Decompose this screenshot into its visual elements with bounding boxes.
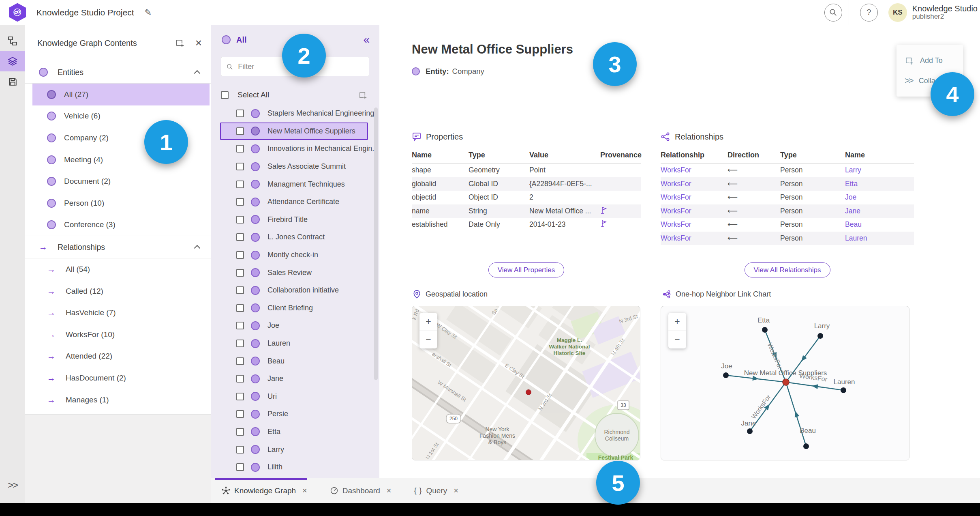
edit-title-icon[interactable]: ✎ bbox=[145, 8, 152, 17]
list-item[interactable]: Client Briefing bbox=[220, 299, 368, 317]
related-name-link[interactable]: Etta bbox=[845, 180, 914, 188]
view-all-relationships-button[interactable]: View All Relationships bbox=[745, 262, 830, 277]
graph-node[interactable] bbox=[817, 333, 823, 339]
item-checkbox[interactable] bbox=[236, 286, 244, 294]
item-checkbox[interactable] bbox=[236, 428, 244, 436]
list-item[interactable]: Jane bbox=[220, 370, 368, 388]
rail-schema-button[interactable] bbox=[0, 31, 25, 51]
list-item[interactable]: Montly check-in bbox=[220, 246, 368, 264]
item-checkbox[interactable] bbox=[236, 216, 244, 224]
list-item[interactable]: Managment Techniques bbox=[220, 175, 368, 193]
related-name-link[interactable]: Jane bbox=[845, 207, 914, 215]
relationship-type-item[interactable]: → HasDocument (2) bbox=[32, 367, 210, 389]
item-checkbox[interactable] bbox=[236, 410, 244, 418]
tab-knowledge-graph[interactable]: Knowledge Graph × bbox=[222, 486, 307, 495]
item-checkbox[interactable] bbox=[236, 463, 244, 471]
item-checkbox[interactable] bbox=[236, 127, 244, 135]
related-name-link[interactable]: Larry bbox=[845, 166, 914, 174]
graph-node[interactable] bbox=[723, 372, 729, 378]
close-tab-icon[interactable]: × bbox=[454, 486, 458, 495]
relationship-type-item[interactable]: → Attended (22) bbox=[32, 346, 210, 368]
zoom-out-button[interactable]: − bbox=[419, 331, 437, 349]
entity-type-item[interactable]: Conference (3) bbox=[32, 214, 210, 236]
related-name-link[interactable]: Joe bbox=[845, 193, 914, 202]
entity-type-item[interactable]: Person (10) bbox=[32, 192, 210, 214]
list-item[interactable]: Sales Review bbox=[220, 264, 368, 282]
graph-center-node[interactable] bbox=[783, 379, 789, 385]
graph-node[interactable] bbox=[841, 387, 846, 393]
relationship-link[interactable]: WorksFor bbox=[661, 166, 728, 174]
item-checkbox[interactable] bbox=[236, 375, 244, 383]
help-button[interactable]: ? bbox=[860, 4, 878, 22]
entity-type-item[interactable]: Vehicle (6) bbox=[32, 105, 210, 127]
entities-section-header[interactable]: Entities bbox=[25, 61, 211, 84]
select-all-checkbox[interactable] bbox=[221, 91, 229, 99]
graph-node[interactable] bbox=[747, 428, 753, 434]
zoom-in-button[interactable]: + bbox=[668, 313, 686, 331]
list-scrollbar[interactable] bbox=[374, 108, 378, 380]
relationship-link[interactable]: WorksFor bbox=[661, 180, 728, 188]
item-checkbox[interactable] bbox=[236, 340, 244, 347]
link-chart[interactable]: + − bbox=[661, 306, 909, 460]
relationship-type-item[interactable]: → HasVehicle (7) bbox=[32, 302, 210, 324]
list-item[interactable]: Innovations in Mechanical Engin... bbox=[220, 140, 368, 158]
relationship-type-item[interactable]: → Manages (1) bbox=[32, 389, 210, 411]
list-item[interactable]: Staplers Mechanical Engineering bbox=[220, 105, 368, 123]
entity-type-item[interactable]: Document (2) bbox=[32, 170, 210, 192]
zoom-out-button[interactable]: − bbox=[668, 331, 686, 349]
tab-dashboard[interactable]: Dashboard × bbox=[330, 486, 392, 495]
add-to-menu-item[interactable]: Add To bbox=[897, 50, 963, 71]
list-item[interactable]: Larry bbox=[220, 441, 368, 458]
provenance-flag-icon[interactable] bbox=[600, 219, 608, 228]
item-checkbox[interactable] bbox=[236, 198, 244, 206]
item-checkbox[interactable] bbox=[236, 233, 244, 241]
item-checkbox[interactable] bbox=[236, 269, 244, 277]
relationships-section-header[interactable]: → Relationships bbox=[25, 236, 211, 258]
list-item[interactable]: New Metal Office Suppliers bbox=[220, 123, 368, 140]
list-item[interactable]: Beau bbox=[220, 352, 368, 370]
graph-node[interactable] bbox=[762, 327, 768, 333]
item-checkbox[interactable] bbox=[236, 322, 244, 329]
list-item[interactable]: Lauren bbox=[220, 335, 368, 353]
relationship-type-item[interactable]: → All (54) bbox=[32, 258, 210, 280]
list-item[interactable]: Etta bbox=[220, 423, 368, 441]
item-checkbox[interactable] bbox=[236, 357, 244, 365]
item-checkbox[interactable] bbox=[236, 251, 244, 259]
list-item[interactable]: Sales Associate Summit bbox=[220, 158, 368, 176]
list-item[interactable]: Firebird Title bbox=[220, 211, 368, 229]
geospatial-map[interactable]: + − bbox=[412, 306, 640, 460]
item-checkbox[interactable] bbox=[236, 304, 244, 312]
avatar[interactable]: KS bbox=[888, 3, 907, 22]
list-item[interactable]: Attendance Certificate bbox=[220, 193, 368, 211]
item-checkbox[interactable] bbox=[236, 145, 244, 153]
app-logo-icon[interactable]: ♾ bbox=[9, 3, 26, 22]
rail-expand-button[interactable]: >> bbox=[0, 479, 25, 491]
list-item[interactable]: Collaboration initiative bbox=[220, 282, 368, 299]
zoom-in-button[interactable]: + bbox=[419, 313, 437, 331]
close-panel-button[interactable]: × bbox=[195, 39, 202, 47]
relationship-link[interactable]: WorksFor bbox=[661, 220, 728, 229]
close-tab-icon[interactable]: × bbox=[302, 486, 307, 495]
close-tab-icon[interactable]: × bbox=[387, 486, 392, 495]
item-checkbox[interactable] bbox=[236, 110, 244, 117]
add-selection-button[interactable] bbox=[357, 89, 369, 101]
list-item[interactable]: Joe bbox=[220, 317, 368, 335]
rail-save-button[interactable] bbox=[0, 71, 25, 92]
view-all-properties-button[interactable]: View All Properties bbox=[488, 262, 564, 277]
related-name-link[interactable]: Beau bbox=[845, 220, 914, 229]
relationship-link[interactable]: WorksFor bbox=[661, 193, 728, 202]
collapse-panel-button[interactable]: « bbox=[363, 36, 370, 44]
search-button[interactable] bbox=[824, 4, 842, 22]
related-name-link[interactable]: Lauren bbox=[845, 234, 914, 243]
rail-layers-button[interactable] bbox=[0, 51, 25, 71]
list-item[interactable]: Uri bbox=[220, 388, 368, 406]
relationship-type-item[interactable]: → Called (12) bbox=[32, 280, 210, 302]
provenance-flag-icon[interactable] bbox=[600, 206, 608, 214]
list-item[interactable]: L. Jones Contract bbox=[220, 228, 368, 246]
relationship-type-item[interactable]: → WorksFor (10) bbox=[32, 324, 210, 346]
list-item[interactable]: Lilith bbox=[220, 458, 368, 476]
entity-type-item[interactable]: All (27) bbox=[32, 84, 210, 105]
item-checkbox[interactable] bbox=[236, 393, 244, 400]
list-item[interactable]: Persie bbox=[220, 405, 368, 423]
tab-query[interactable]: { } Query × bbox=[414, 486, 458, 495]
